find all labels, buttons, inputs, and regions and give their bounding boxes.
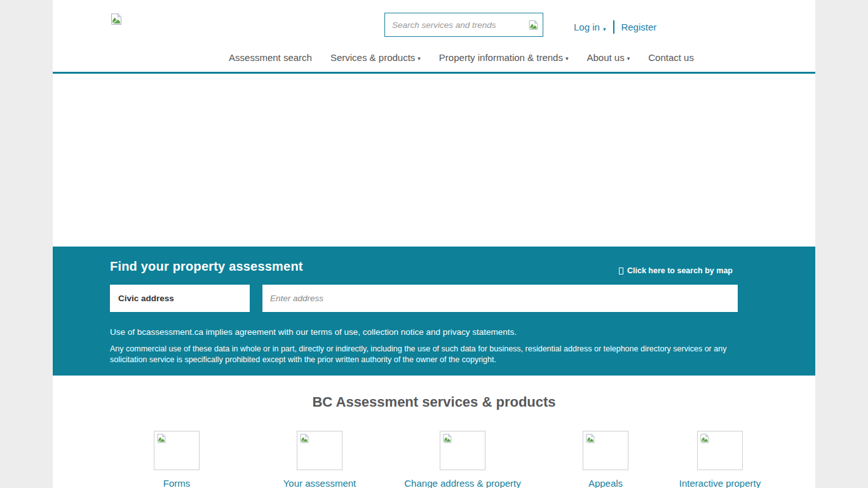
service-label: Change address & property	[404, 478, 520, 488]
service-item-interactive-property[interactable]: Interactive property	[701, 431, 739, 488]
service-image-placeholder	[697, 431, 743, 470]
chevron-down-icon: ▾	[566, 55, 569, 62]
service-image-placeholder	[297, 431, 342, 470]
chevron-down-icon: ▾	[603, 26, 606, 32]
service-label: Appeals	[588, 478, 623, 488]
login-label: Log in	[574, 22, 600, 32]
nav-item-property-information-trends[interactable]: Property information & trends▾	[439, 52, 569, 63]
logo-broken-image-icon[interactable]	[110, 13, 123, 25]
main-nav: Assessment search Services & products▾ P…	[80, 52, 843, 63]
page-content: Log in▾ Register Assessment search Servi…	[53, 0, 815, 488]
services-heading: BC Assessment services & products	[53, 394, 815, 410]
service-item-forms[interactable]: Forms	[129, 431, 224, 488]
service-item-your-assessment[interactable]: Your assessment	[272, 431, 367, 488]
terms-disclaimer: Use of bcassessment.ca implies agreement…	[110, 327, 758, 337]
site-header: Log in▾ Register Assessment search Servi…	[53, 0, 815, 74]
nav-item-assessment-search[interactable]: Assessment search	[229, 52, 312, 63]
commercial-use-disclaimer: Any commercial use of these data in whol…	[110, 344, 745, 365]
site-search	[384, 13, 543, 37]
broken-image-icon	[528, 20, 539, 30]
nav-item-label: Services & products	[330, 52, 415, 63]
address-input[interactable]	[262, 285, 738, 312]
service-image-placeholder	[583, 431, 628, 470]
hero-empty-area	[53, 74, 815, 247]
broken-image-icon	[585, 433, 595, 444]
service-image-placeholder	[440, 431, 485, 470]
nav-item-services-products[interactable]: Services & products▾	[330, 52, 421, 63]
address-finder-row: Civic address	[110, 285, 758, 312]
service-label: Your assessment	[283, 478, 356, 488]
chevron-down-icon: ▾	[417, 55, 421, 62]
map-icon	[619, 268, 623, 274]
account-links: Log in▾ Register	[574, 19, 656, 34]
broken-image-icon	[110, 13, 123, 25]
service-item-change-address[interactable]: Change address & property	[415, 431, 510, 488]
broken-image-icon	[442, 433, 452, 444]
nav-item-label: About us	[587, 52, 624, 63]
service-label: Forms	[163, 478, 191, 488]
nav-item-about-us[interactable]: About us▾	[587, 52, 630, 63]
register-link[interactable]: Register	[621, 22, 656, 32]
services-row: Forms Your assessment	[53, 431, 815, 488]
broken-image-icon	[700, 433, 710, 444]
service-image-placeholder	[154, 431, 200, 470]
search-button[interactable]	[524, 15, 543, 34]
service-label: Interactive property	[679, 478, 761, 488]
search-input[interactable]	[385, 20, 524, 30]
broken-image-icon	[299, 433, 309, 444]
chevron-down-icon: ▾	[627, 55, 630, 62]
search-by-map-link[interactable]: Click here to search by map	[619, 266, 733, 275]
nav-item-contact-us[interactable]: Contact us	[648, 52, 694, 63]
property-assessment-banner: Find your property assessment Click here…	[53, 247, 815, 376]
broken-image-icon	[156, 433, 166, 444]
nav-item-label: Property information & trends	[439, 52, 563, 63]
service-item-appeals[interactable]: Appeals	[558, 431, 653, 488]
map-link-label: Click here to search by map	[627, 266, 733, 275]
divider	[613, 20, 614, 34]
search-type-select[interactable]: Civic address	[110, 285, 250, 312]
login-link[interactable]: Log in▾	[574, 22, 606, 32]
